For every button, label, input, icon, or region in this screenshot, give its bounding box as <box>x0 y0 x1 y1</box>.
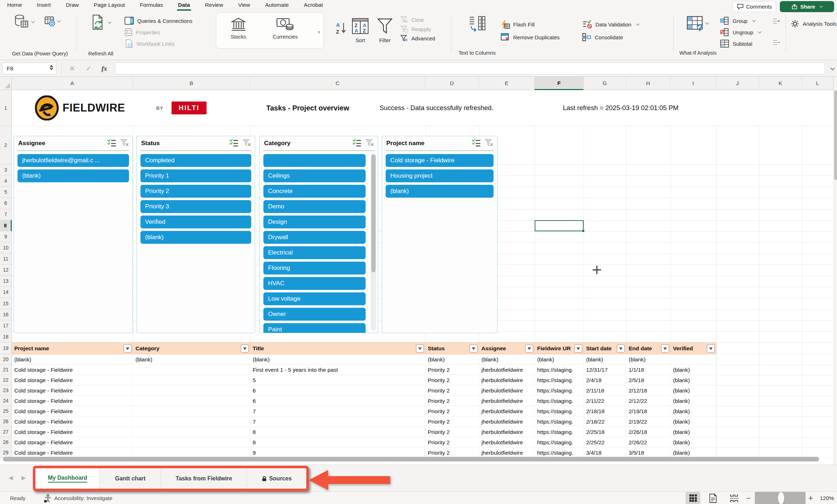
data-validation-button[interactable]: Data Validation <box>582 18 639 31</box>
multi-select-button[interactable] <box>352 139 362 148</box>
table-cell[interactable]: 2/11/18 <box>584 385 626 396</box>
table-cell[interactable]: 3/4/18 <box>584 448 626 458</box>
accessibility-status[interactable]: Accessibility: Investigate <box>54 492 113 504</box>
table-cell[interactable]: https://staging. <box>535 427 584 437</box>
table-cell[interactable]: (blank) <box>670 448 716 458</box>
table-cell[interactable]: Priority 2 <box>425 448 479 458</box>
row-header-6[interactable]: 6 <box>0 198 12 209</box>
workbook-links-button[interactable]: Workbook Links <box>124 38 192 49</box>
table-cell[interactable] <box>133 385 250 396</box>
table-cell[interactable]: jherbulotfieldwire <box>479 385 535 396</box>
table-cell[interactable]: 8 <box>250 427 425 437</box>
row-header-14[interactable]: 14 <box>0 287 12 298</box>
table-cell[interactable]: 2/26/22 <box>626 437 670 448</box>
table-cell[interactable]: https://staging. <box>535 365 584 375</box>
filter-button[interactable] <box>377 17 393 36</box>
slicer-item[interactable]: Cold storage - Fieldwire <box>386 154 494 167</box>
sheet-tab-my-dashboard[interactable]: My Dashboard <box>36 468 99 489</box>
slicer-item[interactable]: Ceilings <box>263 169 366 182</box>
table-cell[interactable]: jherbulotfieldwire <box>479 365 535 375</box>
table-cell[interactable]: https://staging. <box>535 385 584 396</box>
table-cell[interactable]: (blank) <box>670 396 716 406</box>
queries-connections-button[interactable]: Queries & Connections <box>124 15 192 26</box>
prev-sheet-arrow[interactable]: ◀ <box>9 474 13 481</box>
advanced-filter-button[interactable]: Advanced <box>400 34 435 43</box>
table-cell[interactable]: 1/1/18 <box>626 365 670 375</box>
slicer-scrollbar[interactable] <box>371 154 376 330</box>
table-cell[interactable]: 2/18/18 <box>584 406 626 416</box>
column-header-J[interactable]: J <box>716 77 759 90</box>
text-to-columns-button[interactable] <box>468 15 485 34</box>
table-cell[interactable]: (blank) <box>670 385 716 396</box>
column-header-L[interactable]: L <box>802 77 833 90</box>
formula-input[interactable] <box>115 63 825 74</box>
slicer-item[interactable]: Demo <box>263 200 366 213</box>
table-cell[interactable]: 6 <box>250 396 425 406</box>
row-header-3[interactable]: 3 <box>0 164 12 176</box>
table-cell[interactable]: (blank) <box>670 427 716 437</box>
share-button[interactable]: Share <box>780 1 834 12</box>
slicer-item[interactable]: (blank) <box>18 169 129 182</box>
table-cell[interactable]: jherbulotfieldwire <box>479 427 535 437</box>
table-cell[interactable] <box>133 448 250 458</box>
row-header-9[interactable]: 9 <box>0 231 12 242</box>
name-box[interactable]: F8 <box>2 63 56 74</box>
row-header-22[interactable]: 22 <box>0 375 12 385</box>
slicer-item[interactable]: Concrete <box>263 185 366 198</box>
table-cell[interactable]: Priority 2 <box>425 396 479 406</box>
row-header-4[interactable]: 4 <box>0 176 12 187</box>
row-header-11[interactable]: 11 <box>0 253 12 265</box>
table-cell[interactable]: 12/31/17 <box>584 365 626 375</box>
menu-tab-draw[interactable]: Draw <box>66 2 79 8</box>
table-cell[interactable]: 2/12/22 <box>626 396 670 406</box>
row-header-12[interactable]: 12 <box>0 265 12 276</box>
table-cell[interactable]: jherbulotfieldwire <box>479 396 535 406</box>
row-header-1[interactable]: 1 <box>0 90 12 126</box>
sort-ascending-button[interactable]: AZ <box>335 21 347 36</box>
stocks-button[interactable]: Stocks <box>231 17 246 40</box>
row-header-18[interactable]: 18 <box>0 331 12 342</box>
table-cell[interactable]: 2/12/18 <box>626 385 670 396</box>
ungroup-button[interactable]: Ungroup <box>720 26 761 38</box>
slicer-item[interactable]: Housing project <box>386 169 494 182</box>
clear-filter-button[interactable]: Clear <box>400 15 435 24</box>
properties-button[interactable]: Properties <box>124 26 192 38</box>
table-cell[interactable]: Cold storage - Fieldwire <box>12 406 133 416</box>
slicer-item[interactable]: Owner <box>263 308 366 321</box>
table-cell[interactable]: Cold storage - Fieldwire <box>12 375 133 385</box>
row-header-26[interactable]: 26 <box>0 416 12 427</box>
table-cell[interactable]: 2/26/18 <box>626 427 670 437</box>
group-button[interactable]: Group <box>720 15 761 26</box>
insert-function-button[interactable]: fx <box>101 60 107 77</box>
row-header-7[interactable]: 7 <box>0 209 12 220</box>
table-cell[interactable] <box>133 375 250 385</box>
select-all-corner[interactable] <box>0 77 12 90</box>
flash-fill-button[interactable]: Flash Fill <box>500 18 560 31</box>
column-header-H[interactable]: H <box>626 77 670 90</box>
column-header-A[interactable]: A <box>12 77 133 90</box>
row-header-13[interactable]: 13 <box>0 276 12 287</box>
table-cell[interactable]: Cold storage - Fieldwire <box>12 437 133 448</box>
sheet-tab-tasks-from-fieldwire[interactable]: Tasks from Fieldwire <box>161 468 247 489</box>
column-header-E[interactable]: E <box>479 77 535 90</box>
horizontal-scrollbar[interactable] <box>3 457 819 461</box>
column-filter-button[interactable] <box>574 345 582 352</box>
table-cell[interactable]: https://staging. <box>535 396 584 406</box>
row-header-16[interactable]: 16 <box>0 309 12 320</box>
menu-tab-page-layout[interactable]: Page Layout <box>94 2 125 8</box>
row-header-27[interactable]: 27 <box>0 427 12 437</box>
slicer-item[interactable] <box>263 154 366 167</box>
subtotal-button[interactable]: Subtotal <box>720 38 761 49</box>
slicer-item[interactable]: Flooring <box>263 262 366 275</box>
table-cell[interactable]: 3/5/18 <box>626 448 670 458</box>
table-cell[interactable]: Priority 2 <box>425 427 479 437</box>
table-cell[interactable]: jherbulotfieldwire <box>479 375 535 385</box>
table-cell[interactable]: 2/25/18 <box>584 427 626 437</box>
multi-select-button[interactable] <box>107 139 117 148</box>
table-cell[interactable]: (blank) <box>584 354 626 365</box>
column-header-I[interactable]: I <box>670 77 716 90</box>
row-header-15[interactable]: 15 <box>0 298 12 309</box>
from-picture-button[interactable] <box>44 16 60 27</box>
table-cell[interactable]: Priority 2 <box>425 416 479 427</box>
slicer-item[interactable]: Electrical <box>263 246 366 259</box>
